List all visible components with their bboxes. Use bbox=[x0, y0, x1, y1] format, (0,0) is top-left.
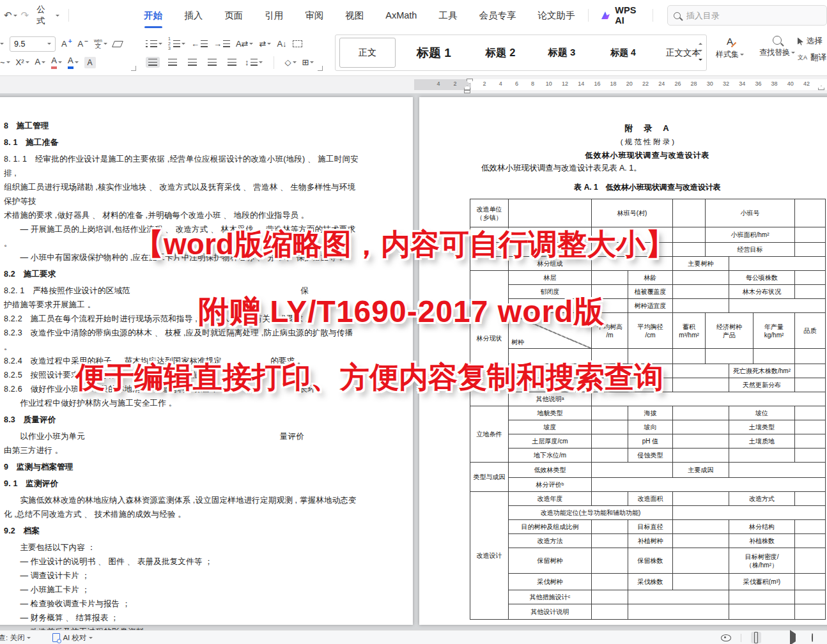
table-cell-blank[interactable] bbox=[673, 243, 706, 257]
table-cell-blank[interactable] bbox=[729, 299, 826, 313]
table-cell-blank[interactable] bbox=[673, 434, 729, 448]
align-left-button[interactable] bbox=[146, 57, 160, 68]
table-cell-blank[interactable] bbox=[795, 227, 826, 243]
horizontal-ruler[interactable]: 4224681012141618202224262830323436384042 bbox=[414, 79, 827, 90]
table-cell-blank[interactable] bbox=[795, 590, 826, 604]
table-cell-blank[interactable] bbox=[592, 299, 628, 313]
ai-proofread-button[interactable]: AI 校对 bbox=[52, 633, 93, 643]
align-right-button[interactable] bbox=[185, 57, 199, 68]
table-cell-blank[interactable] bbox=[795, 349, 826, 364]
table-cell-blank[interactable] bbox=[673, 520, 729, 534]
gallery-up-icon[interactable] bbox=[699, 41, 702, 45]
table-cell-blank[interactable] bbox=[592, 534, 628, 548]
table-cell-blank[interactable] bbox=[729, 463, 826, 478]
gallery-expand-icon[interactable] bbox=[699, 59, 702, 63]
superscript-dropdown[interactable]: X² bbox=[16, 57, 29, 67]
page-left[interactable]: 8 施工管理8. 1 施工准备8. 1. 1 经审批的作业设计是施工的主要依据 … bbox=[0, 97, 413, 625]
text-direction-dropdown[interactable]: A⇄ bbox=[236, 39, 254, 49]
style-item-正文文本[interactable]: 正文文本 bbox=[654, 38, 713, 67]
table-cell-blank[interactable] bbox=[754, 349, 795, 364]
table-cell-blank[interactable] bbox=[729, 257, 826, 271]
slideshow-view-button[interactable] bbox=[787, 632, 799, 643]
justify-button[interactable] bbox=[205, 57, 219, 68]
table-cell-blank[interactable] bbox=[729, 604, 795, 620]
table-cell-blank[interactable] bbox=[795, 448, 826, 463]
font-dialog-launcher-icon[interactable] bbox=[131, 66, 136, 71]
table-cell-blank[interactable] bbox=[509, 364, 592, 378]
table-cell-blank[interactable] bbox=[795, 492, 826, 506]
tab-论文助手[interactable]: 论文助手 bbox=[529, 0, 583, 31]
tab-页面[interactable]: 页面 bbox=[216, 0, 251, 31]
redo-button[interactable]: ↷ bbox=[21, 10, 29, 21]
style-item-正文[interactable]: 正文 bbox=[339, 38, 396, 68]
wps-ai-button[interactable]: WPS AI bbox=[600, 5, 647, 26]
font-name-dropdown-clipped[interactable] bbox=[0, 41, 4, 47]
table-cell-blank[interactable] bbox=[592, 548, 628, 574]
table-cell-blank[interactable] bbox=[795, 548, 826, 574]
table-cell-blank[interactable] bbox=[706, 349, 754, 364]
table-cell-blank[interactable] bbox=[795, 420, 826, 434]
table-cell-blank[interactable] bbox=[470, 227, 509, 243]
tab-引用[interactable]: 引用 bbox=[256, 0, 291, 31]
table-cell-blank[interactable] bbox=[470, 257, 509, 271]
table-cell-blank[interactable] bbox=[795, 574, 826, 590]
font-size-dropdown[interactable]: 9.5 bbox=[10, 36, 56, 52]
table-cell-blank[interactable] bbox=[673, 574, 729, 590]
table-cell-blank[interactable] bbox=[673, 534, 729, 548]
table-cell-blank[interactable] bbox=[673, 406, 729, 420]
search-input[interactable] bbox=[685, 10, 796, 21]
paragraph-dialog-launcher-icon[interactable] bbox=[318, 66, 323, 71]
table-cell-blank[interactable] bbox=[509, 299, 592, 313]
table-cell-blank[interactable] bbox=[509, 378, 592, 392]
table-cell-blank[interactable] bbox=[795, 243, 826, 257]
style-set-button[interactable]: A 样式集 bbox=[716, 36, 744, 60]
table-cell-blank[interactable] bbox=[628, 378, 673, 392]
decrease-font-button[interactable]: A− bbox=[78, 39, 89, 49]
tab-工具[interactable]: 工具 bbox=[430, 0, 465, 31]
asian-layout-dropdown[interactable]: ⇄ bbox=[259, 39, 271, 49]
clear-format-button[interactable] bbox=[113, 41, 122, 47]
table-cell-blank[interactable] bbox=[592, 392, 826, 406]
tab-会员专享[interactable]: 会员专享 bbox=[470, 0, 524, 31]
decrease-indent-button[interactable]: ← bbox=[191, 39, 208, 49]
find-replace-button[interactable]: 查找替换 bbox=[759, 36, 795, 58]
table-cell-blank[interactable] bbox=[795, 271, 826, 285]
spellcheck-status[interactable]: 检查: 关闭 bbox=[0, 633, 31, 643]
table-cell-blank[interactable] bbox=[673, 299, 729, 313]
align-center-button[interactable] bbox=[166, 57, 180, 68]
table-cell-blank[interactable] bbox=[592, 257, 673, 271]
table-cell-blank[interactable] bbox=[628, 604, 729, 620]
table-cell-blank[interactable] bbox=[795, 434, 826, 448]
table-cell-blank[interactable] bbox=[592, 271, 628, 285]
tab-插入[interactable]: 插入 bbox=[176, 0, 211, 31]
bullet-list-dropdown[interactable] bbox=[146, 40, 162, 47]
tab-视图[interactable]: 视图 bbox=[337, 0, 372, 31]
sort-button[interactable]: A↓ bbox=[277, 39, 286, 49]
table-cell-blank[interactable] bbox=[592, 406, 628, 420]
table-cell-blank[interactable] bbox=[592, 434, 628, 448]
table-cell-blank[interactable] bbox=[673, 199, 706, 227]
table-cell-blank[interactable] bbox=[509, 243, 592, 257]
pinyin-guide-button[interactable]: wén文 bbox=[94, 38, 107, 49]
table-cell-blank[interactable] bbox=[795, 378, 826, 392]
web-view-button[interactable] bbox=[808, 632, 816, 643]
table-cell-blank[interactable] bbox=[795, 285, 826, 299]
increase-indent-button[interactable]: → bbox=[213, 39, 230, 49]
table-cell-blank[interactable] bbox=[592, 243, 673, 257]
table-cell-blank[interactable] bbox=[673, 364, 729, 378]
table-cell-blank[interactable] bbox=[729, 590, 795, 604]
font-color-dropdown[interactable]: A bbox=[68, 56, 79, 69]
shading-dropdown[interactable]: ◇ bbox=[285, 57, 297, 67]
table-cell-blank[interactable] bbox=[592, 492, 628, 506]
undo-button[interactable]: ↶ bbox=[4, 10, 17, 21]
table-cell-blank[interactable] bbox=[592, 520, 628, 534]
table-cell-blank[interactable] bbox=[795, 406, 826, 420]
distribute-button[interactable] bbox=[225, 57, 239, 68]
table-cell-blank[interactable] bbox=[592, 478, 826, 492]
table-cell-blank[interactable] bbox=[628, 590, 729, 604]
style-item-标题 4[interactable]: 标题 4 bbox=[592, 38, 654, 67]
gallery-down-icon[interactable] bbox=[699, 50, 702, 54]
style-item-标题 2[interactable]: 标题 2 bbox=[470, 38, 531, 67]
table-cell-blank[interactable] bbox=[673, 349, 706, 364]
table-cell-blank[interactable] bbox=[592, 463, 673, 478]
